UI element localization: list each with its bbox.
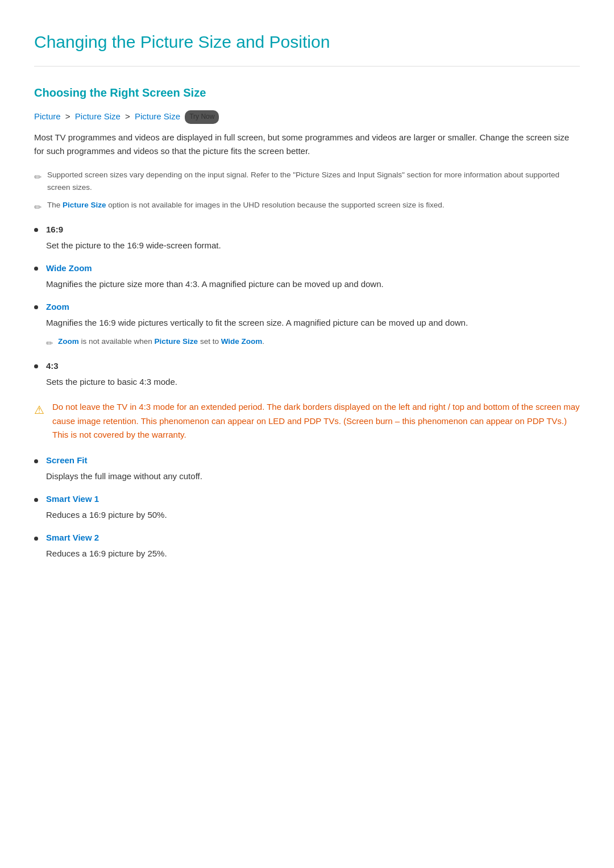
list-item-screen-fit-desc: Displays the full image without any cuto… bbox=[46, 470, 580, 483]
list-item-smart-view-1-header: Smart View 1 bbox=[34, 492, 580, 506]
list-item-smart-view-1: Smart View 1 Reduces a 16:9 picture by 5… bbox=[34, 492, 580, 522]
list-item-screen-fit-title[interactable]: Screen Fit bbox=[46, 454, 88, 467]
bullet-dot-smart-view-1 bbox=[34, 498, 38, 502]
list-item-screen-fit: Screen Fit Displays the full image witho… bbox=[34, 454, 580, 483]
list-item-16-9: 16:9 Set the picture to the 16:9 wide-sc… bbox=[34, 223, 580, 252]
list-item-smart-view-2-title[interactable]: Smart View 2 bbox=[46, 531, 99, 545]
list-item-smart-view-1-title[interactable]: Smart View 1 bbox=[46, 492, 99, 506]
breadcrumb-picture-size-1[interactable]: Picture Size bbox=[75, 111, 121, 121]
section-container: Choosing the Right Screen Size Picture >… bbox=[34, 84, 580, 560]
note-item-2: ✏ The Picture Size option is not availab… bbox=[34, 199, 580, 215]
list-item-4-3: 4:3 Sets the picture to basic 4:3 mode. … bbox=[34, 359, 580, 445]
intro-text: Most TV programmes and videos are displa… bbox=[34, 131, 580, 159]
section-title: Choosing the Right Screen Size bbox=[34, 84, 580, 102]
pencil-icon-zoom: ✏ bbox=[46, 337, 53, 350]
zoom-link: Zoom bbox=[58, 337, 79, 346]
bullet-dot-wide-zoom bbox=[34, 267, 38, 271]
breadcrumb-picture-size-2[interactable]: Picture Size bbox=[135, 111, 180, 121]
note-text-1: Supported screen sizes vary depending on… bbox=[47, 169, 580, 193]
note-text-2: The Picture Size option is not available… bbox=[47, 199, 445, 211]
list-item-screen-fit-header: Screen Fit bbox=[34, 454, 580, 467]
bullet-dot-screen-fit bbox=[34, 459, 38, 463]
main-title: Changing the Picture Size and Position bbox=[34, 28, 580, 67]
notes-list: ✏ Supported screen sizes vary depending … bbox=[34, 169, 580, 215]
list-item-smart-view-1-desc: Reduces a 16:9 picture by 50%. bbox=[46, 508, 580, 522]
list-item-smart-view-2-desc: Reduces a 16:9 picture by 25%. bbox=[46, 547, 580, 560]
bullet-list: 16:9 Set the picture to the 16:9 wide-sc… bbox=[34, 223, 580, 560]
picture-size-link-zoom: Picture Size bbox=[155, 337, 198, 346]
list-item-wide-zoom-header: Wide Zoom bbox=[34, 261, 580, 275]
list-item-smart-view-2: Smart View 2 Reduces a 16:9 picture by 2… bbox=[34, 531, 580, 560]
warning-icon-4-3: ⚠ bbox=[34, 401, 44, 419]
list-item-wide-zoom-title[interactable]: Wide Zoom bbox=[46, 261, 92, 275]
list-item-wide-zoom-desc: Magnifies the picture size more than 4:3… bbox=[46, 277, 580, 291]
pencil-icon-1: ✏ bbox=[34, 170, 42, 185]
bullet-dot-16-9 bbox=[34, 228, 38, 232]
list-item-16-9-desc: Set the picture to the 16:9 wide-screen … bbox=[46, 239, 580, 252]
picture-size-highlight: Picture Size bbox=[63, 201, 106, 209]
list-item-4-3-header: 4:3 bbox=[34, 359, 580, 373]
bullet-dot-zoom bbox=[34, 305, 38, 309]
breadcrumb-sep-1: > bbox=[65, 111, 73, 121]
warning-block-4-3: ⚠ Do not leave the TV in 4:3 mode for an… bbox=[34, 398, 580, 445]
list-item-wide-zoom: Wide Zoom Magnifies the picture size mor… bbox=[34, 261, 580, 291]
list-item-4-3-title: 4:3 bbox=[46, 359, 59, 373]
zoom-sub-note: ✏ Zoom is not available when Picture Siz… bbox=[46, 335, 580, 350]
note-item-1: ✏ Supported screen sizes vary depending … bbox=[34, 169, 580, 193]
try-now-badge[interactable]: Try Now bbox=[185, 110, 219, 123]
warning-text-4-3: Do not leave the TV in 4:3 mode for an e… bbox=[52, 400, 580, 442]
breadcrumb-picture[interactable]: Picture bbox=[34, 111, 61, 121]
bullet-dot-smart-view-2 bbox=[34, 537, 38, 541]
list-item-zoom-title[interactable]: Zoom bbox=[46, 300, 69, 314]
list-item-zoom-header: Zoom bbox=[34, 300, 580, 314]
breadcrumb: Picture > Picture Size > Picture Size Tr… bbox=[34, 110, 580, 124]
bullet-dot-4-3 bbox=[34, 364, 38, 368]
pencil-icon-2: ✏ bbox=[34, 200, 42, 215]
list-item-16-9-header: 16:9 bbox=[34, 223, 580, 236]
list-item-4-3-desc: Sets the picture to basic 4:3 mode. bbox=[46, 375, 580, 389]
list-item-smart-view-2-header: Smart View 2 bbox=[34, 531, 580, 545]
list-item-16-9-title: 16:9 bbox=[46, 223, 63, 236]
wide-zoom-link: Wide Zoom bbox=[221, 337, 263, 346]
zoom-sub-note-text: Zoom is not available when Picture Size … bbox=[58, 335, 264, 348]
breadcrumb-sep-2: > bbox=[125, 111, 132, 121]
list-item-zoom-desc: Magnifies the 16:9 wide pictures vertica… bbox=[46, 316, 580, 330]
list-item-zoom: Zoom Magnifies the 16:9 wide pictures ve… bbox=[34, 300, 580, 350]
